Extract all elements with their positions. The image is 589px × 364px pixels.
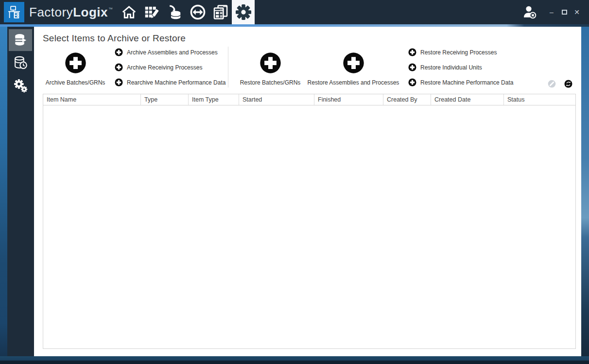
column-header-status[interactable]: Status [504, 94, 575, 105]
refresh-icon[interactable] [564, 80, 572, 88]
column-header-finished[interactable]: Finished [314, 94, 383, 105]
home-icon[interactable] [118, 0, 140, 24]
sidebar-item-scheduled-archives[interactable] [9, 52, 32, 74]
plus-circle-icon [408, 48, 416, 56]
titlebar: FactoryLogix™ [0, 0, 589, 24]
database-import-icon[interactable] [163, 0, 186, 24]
table-body [43, 105, 575, 348]
plus-circle-icon [115, 63, 123, 71]
column-header-started[interactable]: Started [239, 94, 314, 105]
plus-circle-icon [115, 48, 123, 56]
archive-secondary-buttons: Archive Assemblies and Processes Archive… [115, 46, 224, 90]
restore-individual-units-button[interactable]: Restore Individual Units [408, 63, 514, 71]
column-header-created-by[interactable]: Created By [383, 94, 431, 105]
plus-circle-icon [65, 52, 87, 74]
sidebar-item-archive-restore[interactable] [9, 29, 32, 51]
window-frame-bottom [0, 356, 589, 364]
button-label: Restore Receiving Processes [420, 49, 497, 56]
maximize-button[interactable] [558, 0, 571, 24]
items-table: Item Name Type Item Type Started Finishe… [43, 94, 576, 349]
column-header-item-type[interactable]: Item Type [189, 94, 239, 105]
button-label: Restore Batches/GRNs [240, 79, 301, 86]
app-title: FactoryLogix™ [29, 5, 113, 20]
restore-receiving-processes-button[interactable]: Restore Receiving Processes [408, 48, 514, 56]
page-title: Select Items to Archive or Restore [43, 33, 581, 44]
sidebar-item-archive-settings[interactable] [9, 75, 32, 97]
button-label: Rearchive Machine Performance Data [127, 79, 225, 86]
maximize-box-icon [562, 10, 567, 15]
button-label: Archive Receiving Processes [127, 64, 202, 71]
sync-circle-icon[interactable] [186, 0, 209, 24]
button-label: Restore Individual Units [420, 64, 482, 71]
cancel-icon [548, 80, 556, 88]
minimize-button[interactable]: – [545, 0, 558, 24]
brand-light: Factory [29, 5, 73, 20]
brand-bold: Logix [73, 5, 108, 20]
database-archive-icon [13, 33, 28, 48]
top-navigation [118, 0, 255, 24]
plus-circle-icon [408, 78, 416, 87]
gear-icon[interactable] [232, 0, 255, 24]
button-label: Archive Assemblies and Processes [127, 49, 218, 56]
database-clock-icon [13, 55, 28, 70]
close-button[interactable]: ✕ [571, 0, 583, 24]
button-label: Restore Assemblies and Processes [308, 79, 399, 86]
column-header-type[interactable]: Type [141, 94, 189, 105]
plus-circle-icon [260, 52, 281, 74]
plus-circle-icon [115, 78, 123, 87]
archive-receiving-processes-button[interactable]: Archive Receiving Processes [115, 63, 224, 71]
restore-secondary-buttons: Restore Receiving Processes Restore Indi… [408, 46, 514, 90]
archive-batches-grns-button[interactable]: Archive Batches/GRNs [43, 46, 108, 90]
plus-circle-icon [343, 52, 364, 74]
factorylogix-logo-icon [4, 2, 24, 22]
trademark: ™ [108, 7, 113, 12]
restore-batches-grns-button[interactable]: Restore Batches/GRNs [236, 46, 304, 90]
restore-assemblies-processes-button[interactable]: Restore Assemblies and Processes [306, 46, 400, 90]
grid-toolbar [548, 80, 572, 88]
actions-bar: Archive Batches/GRNs Archive Assemblies … [43, 46, 581, 90]
button-label: Restore Machine Performance Data [420, 79, 513, 86]
windows-report-icon[interactable] [209, 0, 232, 24]
spacer [514, 46, 548, 90]
rearchive-machine-performance-button[interactable]: Rearchive Machine Performance Data [115, 78, 224, 87]
user-logout-icon[interactable] [522, 4, 537, 20]
app-window: FactoryLogix™ [0, 0, 589, 364]
group-divider [228, 47, 228, 87]
archive-assemblies-processes-button[interactable]: Archive Assemblies and Processes [115, 48, 224, 56]
sidebar [7, 27, 34, 356]
column-header-item-name[interactable]: Item Name [43, 94, 141, 105]
button-label: Archive Batches/GRNs [46, 79, 105, 86]
restore-machine-performance-button[interactable]: Restore Machine Performance Data [408, 78, 514, 87]
titlebar-controls: – ✕ [522, 0, 589, 24]
window-frame-right [581, 27, 589, 356]
grid-edit-icon[interactable] [140, 0, 163, 24]
window-frame-left [0, 27, 7, 356]
table-header-row: Item Name Type Item Type Started Finishe… [43, 94, 575, 105]
plus-circle-icon [408, 63, 416, 71]
gears-icon [13, 78, 28, 93]
main-content: Select Items to Archive or Restore Archi… [34, 27, 581, 356]
column-header-created-date[interactable]: Created Date [431, 94, 504, 105]
